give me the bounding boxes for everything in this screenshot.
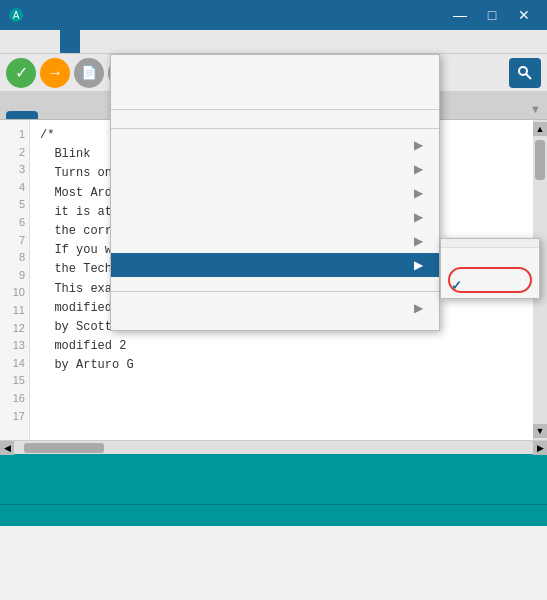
menu-fix-encoding[interactable] (111, 75, 439, 85)
upload-button[interactable]: → (40, 58, 70, 88)
menu-wifi-updater[interactable] (111, 114, 439, 124)
menu-file[interactable] (0, 30, 20, 53)
code-line: by Arturo G (40, 356, 523, 375)
menu-upload-speed[interactable]: ▶ (111, 229, 439, 253)
menu-serial-plotter[interactable] (111, 95, 439, 105)
menu-port[interactable]: ▶ (111, 253, 439, 277)
scroll-right-arrow[interactable]: ▶ (533, 441, 547, 455)
new-button[interactable]: 📄 (74, 58, 104, 88)
horizontal-scrollbar: ◀ ▶ (0, 440, 547, 454)
menu-serial-monitor[interactable] (111, 85, 439, 95)
scroll-left-arrow[interactable]: ◀ (0, 441, 14, 455)
menu-get-board-info[interactable] (111, 277, 439, 287)
serial-ports-header (441, 239, 539, 248)
tools-dropdown: ▶ ▶ ▶ ▶ ▶ ▶ ▶ (110, 54, 440, 331)
close-button[interactable]: ✕ (509, 5, 539, 25)
menu-edit[interactable] (20, 30, 40, 53)
submenu-com1[interactable]: ✓ (441, 248, 539, 273)
menu-auto-format[interactable] (111, 55, 439, 65)
menu-board[interactable]: ▶ (111, 133, 439, 157)
divider-2 (111, 128, 439, 129)
menu-programmer[interactable]: ▶ (111, 296, 439, 320)
teal-area (0, 454, 547, 504)
divider-1 (111, 109, 439, 110)
svg-point-2 (519, 67, 527, 75)
scroll-down-arrow[interactable]: ▼ (533, 424, 547, 438)
verify-button[interactable]: ✓ (6, 58, 36, 88)
maximize-button[interactable]: □ (477, 5, 507, 25)
menu-burn-bootloader[interactable] (111, 320, 439, 330)
svg-line-3 (526, 74, 531, 79)
scroll-up-arrow[interactable]: ▲ (533, 122, 547, 136)
menu-tools[interactable] (60, 30, 80, 53)
menu-bar (0, 30, 547, 54)
tab-arrow-right: ▼ (530, 103, 541, 119)
scroll-thumb[interactable] (535, 140, 545, 180)
serial-ports-submenu: ✓ ✓ (440, 238, 540, 299)
code-line: modified 2 (40, 337, 523, 356)
menu-upload-using[interactable]: ▶ (111, 157, 439, 181)
search-icon (517, 65, 533, 81)
status-bar (0, 504, 547, 526)
search-button[interactable] (509, 58, 541, 88)
window-controls: — □ ✕ (445, 5, 539, 25)
menu-sketch[interactable] (40, 30, 60, 53)
menu-archive-sketch[interactable] (111, 65, 439, 75)
h-scroll-thumb[interactable] (24, 443, 104, 453)
line-numbers: 12345 678910 1112131415 1617 (0, 120, 30, 440)
menu-help[interactable] (80, 30, 100, 53)
tab-blink[interactable] (6, 111, 38, 119)
menu-flash-size[interactable]: ▶ (111, 205, 439, 229)
menu-cpu-freq[interactable]: ▶ (111, 181, 439, 205)
divider-3 (111, 291, 439, 292)
minimize-button[interactable]: — (445, 5, 475, 25)
com3-check: ✓ (451, 278, 462, 293)
svg-text:A: A (13, 10, 20, 21)
submenu-com3[interactable]: ✓ (441, 273, 539, 298)
title-bar: A — □ ✕ (0, 0, 547, 30)
scroll-track[interactable] (14, 441, 533, 454)
app-icon: A (8, 7, 24, 23)
